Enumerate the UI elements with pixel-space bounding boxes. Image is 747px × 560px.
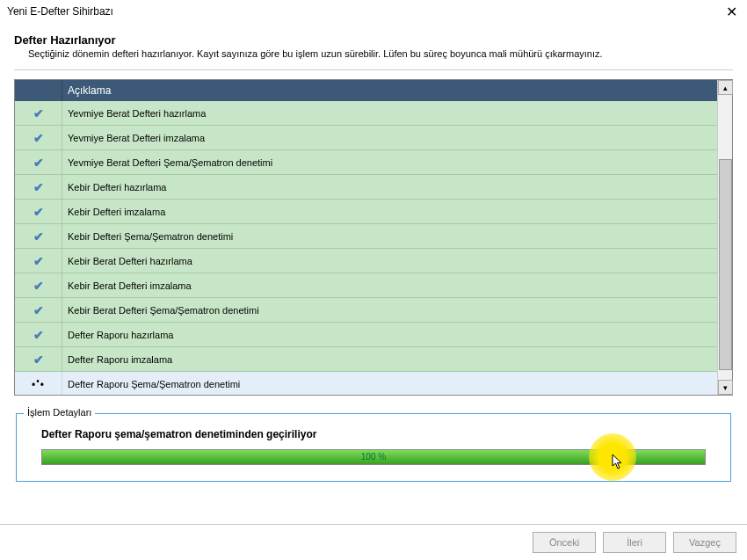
steps-grid: Açıklama ✔Yevmiye Berat Defteri hazırlam… bbox=[14, 79, 733, 396]
table-row[interactable]: ✔Defter Raporu hazırlama bbox=[15, 323, 732, 347]
check-icon: ✔ bbox=[15, 273, 62, 297]
table-row[interactable]: ✔Kebir Defteri Şema/Şematron denetimi bbox=[15, 224, 732, 249]
table-row[interactable]: ✔Kebir Berat Defteri hazırlama bbox=[15, 249, 732, 273]
progress-bar: 100 % bbox=[41, 449, 706, 465]
details-legend: İşlem Detayları bbox=[24, 407, 95, 418]
scroll-thumb[interactable] bbox=[719, 159, 732, 370]
grid-header: Açıklama bbox=[15, 80, 732, 101]
step-label: Kebir Defteri imzalama bbox=[62, 207, 732, 217]
spinner-icon: ••• bbox=[15, 372, 62, 395]
table-row[interactable]: ✔Yevmiye Berat Defteri Şema/Şematron den… bbox=[15, 150, 732, 175]
scrollbar[interactable]: ▴ ▾ bbox=[717, 80, 732, 395]
step-label: Kebir Defteri Şema/Şematron denetimi bbox=[62, 231, 732, 242]
table-row[interactable]: ✔Kebir Defteri hazırlama bbox=[15, 175, 732, 200]
step-label: Defter Raporu imzalama bbox=[62, 354, 732, 365]
step-label: Kebir Berat Defteri imzalama bbox=[62, 280, 732, 291]
step-label: Kebir Defteri hazırlama bbox=[62, 182, 732, 193]
scroll-up-icon[interactable]: ▴ bbox=[718, 80, 733, 95]
check-icon: ✔ bbox=[15, 126, 62, 149]
divider bbox=[14, 69, 733, 70]
table-row[interactable]: ✔Kebir Berat Defteri Şema/Şematron denet… bbox=[15, 298, 732, 323]
check-icon: ✔ bbox=[15, 323, 62, 346]
check-icon: ✔ bbox=[15, 175, 62, 199]
scroll-down-icon[interactable]: ▾ bbox=[718, 380, 733, 395]
table-row[interactable]: •••Defter Raporu Şema/Şematron denetimi bbox=[15, 372, 732, 395]
step-label: Defter Raporu Şema/Şematron denetimi bbox=[62, 379, 732, 389]
step-label: Yevmiye Berat Defteri Şema/Şematron dene… bbox=[62, 157, 732, 168]
titlebar: Yeni E-Defter Sihirbazı ✕ bbox=[0, 0, 747, 23]
step-label: Kebir Berat Defteri Şema/Şematron deneti… bbox=[62, 305, 732, 316]
step-label: Kebir Berat Defteri hazırlama bbox=[62, 256, 732, 266]
table-row[interactable]: ✔Defter Raporu imzalama bbox=[15, 347, 732, 372]
check-icon: ✔ bbox=[15, 224, 62, 248]
cancel-button[interactable]: Vazgeç bbox=[673, 532, 736, 553]
check-icon: ✔ bbox=[15, 200, 62, 223]
step-label: Yevmiye Berat Defteri hazırlama bbox=[62, 108, 732, 119]
check-icon: ✔ bbox=[15, 249, 62, 273]
progress-label: 100 % bbox=[42, 450, 705, 464]
page-title: Defter Hazırlanıyor bbox=[14, 33, 733, 47]
prev-button[interactable]: Önceki bbox=[533, 532, 596, 553]
page-description: Seçtiğiniz dönemin defteri hazırlanıyor.… bbox=[28, 48, 733, 59]
step-label: Yevmiye Berat Defteri imzalama bbox=[62, 133, 732, 143]
check-icon: ✔ bbox=[15, 298, 62, 322]
details-text: Defter Raporu şema/şematron denetiminden… bbox=[41, 428, 706, 440]
table-row[interactable]: ✔Kebir Berat Defteri imzalama bbox=[15, 273, 732, 298]
next-button[interactable]: İleri bbox=[603, 532, 666, 553]
window-title: Yeni E-Defter Sihirbazı bbox=[7, 5, 113, 18]
grid-body: ✔Yevmiye Berat Defteri hazırlama✔Yevmiye… bbox=[15, 101, 732, 395]
table-row[interactable]: ✔Yevmiye Berat Defteri hazırlama bbox=[15, 101, 732, 126]
close-icon[interactable]: ✕ bbox=[722, 3, 740, 20]
footer: Önceki İleri Vazgeç bbox=[0, 524, 747, 560]
check-icon: ✔ bbox=[15, 101, 62, 125]
grid-header-desc: Açıklama bbox=[62, 80, 732, 101]
grid-header-icon-col bbox=[15, 80, 62, 101]
check-icon: ✔ bbox=[15, 347, 62, 371]
table-row[interactable]: ✔Kebir Defteri imzalama bbox=[15, 200, 732, 224]
details-group: İşlem Detayları Defter Raporu şema/şemat… bbox=[16, 413, 731, 482]
step-label: Defter Raporu hazırlama bbox=[62, 330, 732, 340]
check-icon: ✔ bbox=[15, 150, 62, 174]
table-row[interactable]: ✔Yevmiye Berat Defteri imzalama bbox=[15, 126, 732, 150]
